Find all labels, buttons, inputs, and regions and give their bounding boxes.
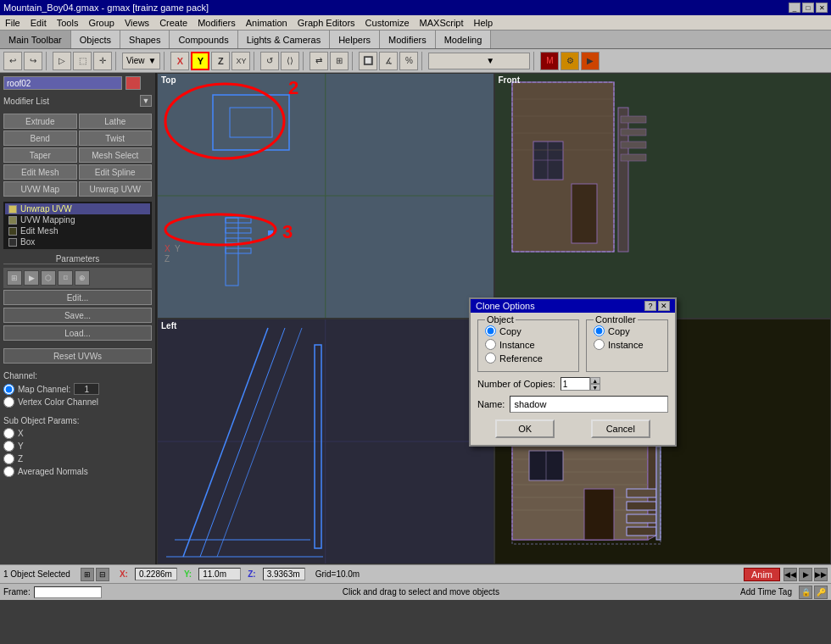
z-value[interactable]: 3.9363m [263,568,305,580]
status-icon-2[interactable]: ⊟ [96,568,109,581]
maximize-button[interactable]: □ [802,3,814,13]
bend-button[interactable]: Bend [3,130,77,146]
ok-button[interactable]: OK [495,419,555,438]
menu-help[interactable]: Help [469,17,499,29]
object-name-input[interactable] [3,76,122,90]
extrude-button[interactable]: Extrude [3,114,77,129]
object-color-swatch[interactable] [125,76,141,90]
load-button[interactable]: Load... [3,325,152,341]
y-radio[interactable] [3,441,14,452]
map-channel-input[interactable] [74,383,99,395]
next-frame-button[interactable]: ▶▶ [814,568,828,581]
select-tool[interactable]: ▷ [53,52,71,70]
status-icon-1[interactable]: ⊞ [81,568,94,581]
tab-helpers[interactable]: Helpers [330,31,380,48]
cancel-button[interactable]: Cancel [591,419,650,438]
viewport-left[interactable]: Left Y X [157,319,494,564]
twist-button[interactable]: Twist [79,130,153,146]
uvw-map-button[interactable]: UVW Map [3,181,77,197]
add-time-tag[interactable]: Add Time Tag [740,587,792,597]
scale-tool[interactable]: ⟨⟩ [281,52,299,70]
dialog-help-button[interactable]: ? [644,301,656,311]
minimize-button[interactable]: _ [789,3,800,13]
frame-input[interactable] [34,586,102,598]
uvw-icon-1[interactable]: ⊞ [7,270,22,286]
edit-spline-button[interactable]: Edit Spline [79,164,153,180]
tab-modifiers[interactable]: Modifiers [380,31,436,48]
copies-decrement[interactable]: ▼ [590,384,600,391]
redo-button[interactable]: ↪ [24,52,42,70]
axis-y-button[interactable]: Y [191,52,209,70]
edit-button[interactable]: Edit... [3,290,152,305]
clone-dialog-title[interactable]: Clone Options ? ✕ [471,299,675,313]
tab-shapes[interactable]: Shapes [120,31,170,48]
copies-spinbox[interactable]: ▲ ▼ [561,377,600,391]
save-button[interactable]: Save... [3,308,152,323]
anim-button[interactable]: Anim [744,568,780,581]
view-dropdown[interactable]: View ▼ [122,53,160,69]
menu-file[interactable]: File [0,17,25,29]
menu-animation[interactable]: Animation [241,17,293,29]
percent-snap[interactable]: % [399,52,418,70]
render-button[interactable]: ⚙ [561,52,579,70]
material-editor[interactable]: M [540,52,559,70]
lock-icon[interactable]: 🔒 [799,586,812,599]
x-value[interactable]: 0.2286m [135,568,177,580]
menu-tools[interactable]: Tools [52,17,84,29]
move-tool[interactable]: ✛ [93,52,112,70]
menu-create[interactable]: Create [154,17,192,29]
viewport-front[interactable]: Front [494,73,832,319]
ctrl-instance-radio[interactable] [594,339,605,350]
stack-item-unwrap-uvw[interactable]: Unwrap UVW [5,203,150,214]
copies-increment[interactable]: ▲ [590,377,600,384]
undo-button[interactable]: ↩ [3,52,22,70]
uvw-icon-5[interactable]: ⊕ [75,270,90,286]
vertex-color-radio[interactable] [3,397,14,408]
lathe-button[interactable]: Lathe [79,114,153,129]
instance-radio[interactable] [485,339,496,350]
axis-z-button[interactable]: Z [211,52,230,70]
stack-item-box[interactable]: Box [5,236,150,247]
menu-graph-editors[interactable]: Graph Editors [293,17,360,29]
reset-uvws-button[interactable]: Reset UVWs [3,348,152,364]
dialog-close-button[interactable]: ✕ [658,301,670,311]
snap-toggle[interactable]: 🔲 [359,52,377,70]
tab-lights-cameras[interactable]: Lights & Cameras [238,31,330,48]
key-icon[interactable]: 🔑 [814,586,828,599]
close-button[interactable]: ✕ [816,3,828,13]
axis-x-button[interactable]: X [170,52,189,70]
array-tool[interactable]: ⊞ [330,52,349,70]
x-radio[interactable] [3,428,14,439]
unwrap-uvw-button[interactable]: Unwrap UVW [79,181,153,197]
copies-input[interactable] [561,377,590,391]
axis-xy-button[interactable]: XY [231,52,250,70]
named-selection[interactable]: ▼ [428,53,530,69]
angle-snap[interactable]: ∡ [379,52,398,70]
edit-mesh-button[interactable]: Edit Mesh [3,164,77,180]
tab-compounds[interactable]: Compounds [170,31,237,48]
name-input[interactable] [510,396,668,413]
play-button[interactable]: ▶ [799,568,812,581]
copy-radio[interactable] [485,325,496,336]
menu-group[interactable]: Group [83,17,120,29]
titlebar-controls[interactable]: _ □ ✕ [789,3,828,13]
tab-modeling[interactable]: Modeling [436,31,492,48]
uvw-icon-4[interactable]: ⌑ [58,270,73,286]
menu-customize[interactable]: Customize [360,17,415,29]
viewport-top[interactable]: Top X Y Z [157,73,494,319]
menu-views[interactable]: Views [120,17,154,29]
map-channel-radio[interactable] [3,384,14,395]
prev-frame-button[interactable]: ◀◀ [784,568,797,581]
tab-objects[interactable]: Objects [71,31,120,48]
menu-modifiers[interactable]: Modifiers [192,17,241,29]
averaged-radio[interactable] [3,466,14,477]
stack-item-edit-mesh[interactable]: Edit Mesh [5,225,150,236]
rotate-tool[interactable]: ↺ [260,52,279,70]
uvw-icon-3[interactable]: ⬡ [41,270,56,286]
render-last[interactable]: ▶ [581,52,600,70]
mesh-select-button[interactable]: Mesh Select [79,147,153,163]
tab-main-toolbar[interactable]: Main Toolbar [0,31,71,48]
uvw-icon-2[interactable]: ▶ [24,270,39,286]
select-region[interactable]: ⬚ [73,52,92,70]
mirror-tool[interactable]: ⇄ [310,52,328,70]
